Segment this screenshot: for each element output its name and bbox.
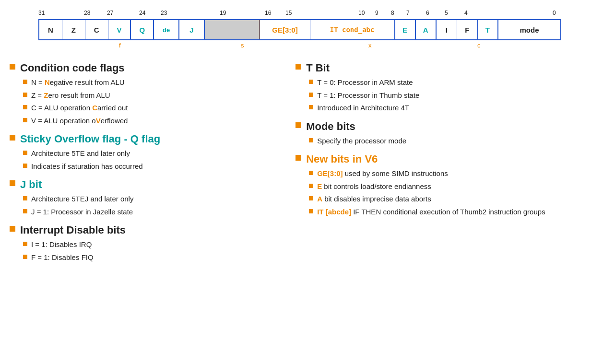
section-t-bit: T Bit: [296, 62, 581, 74]
cell-IT: IT cond_abc: [310, 20, 395, 39]
item-T1-text: T = 1: Processor in Thumb state: [317, 90, 419, 101]
item-T0-text: T = 0: Processor in ARM state: [317, 77, 413, 88]
bit-16: 16: [265, 10, 271, 16]
bullet-processor-mode: [309, 138, 313, 142]
diagram-area: 31 28 27 24 23 19 16 15 10 9 8 7 6 5 4 0…: [38, 10, 581, 52]
bullet-N: [23, 80, 27, 84]
bullet-T0: [309, 80, 313, 84]
item-processor-mode-text: Specify the processor mode: [317, 136, 406, 147]
cell-J: J: [179, 20, 205, 39]
cell-de: de: [154, 20, 179, 39]
section-title-t-bit: T Bit: [306, 62, 330, 74]
item-saturation: Indicates if saturation has occurred: [23, 161, 276, 172]
item-FIQ-text: F = 1: Disables FIQ: [31, 252, 94, 263]
bullet-arch5te: [23, 151, 27, 155]
item-arch5te: Architecture 5TE and later only: [23, 148, 276, 159]
bullet-mode-bits: [296, 122, 301, 128]
section-mode-bits: Mode bits: [296, 120, 581, 133]
cell-C: C: [85, 20, 108, 39]
register-row: N Z C V Q de J GE[3:0] IT cond_abc E A I…: [38, 19, 561, 40]
bullet-T1: [309, 93, 313, 97]
item-jazelle-text: J = 1: Processor in Jazelle state: [31, 207, 133, 218]
bullet-sticky: [10, 135, 15, 141]
letter-labels-row: f s x c: [38, 42, 561, 52]
cell-Q: Q: [131, 20, 154, 39]
item-T1: T = 1: Processor in Thumb state: [309, 90, 581, 101]
item-Z: Z = Zero result from ALU: [23, 90, 276, 101]
cell-N: N: [39, 20, 62, 39]
cell-mode: mode: [498, 20, 560, 39]
item-jazelle: J = 1: Processor in Jazelle state: [23, 207, 276, 218]
bullet-GE: [309, 171, 313, 175]
item-T0: T = 0: Processor in ARM state: [309, 77, 581, 88]
section-title-v6-bits: New bits in V6: [306, 153, 378, 165]
item-arch5tej: Architecture 5TEJ and later only: [23, 194, 276, 205]
item-IRQ: I = 1: Disables IRQ: [23, 239, 276, 250]
item-GE: GE[3:0] used by some SIMD instructions: [309, 168, 581, 179]
cell-V: V: [108, 20, 131, 39]
item-V: V = ALU operation oVerflowed: [23, 116, 276, 127]
bullet-A-bit: [309, 196, 313, 200]
bullet-IRQ: [23, 242, 27, 246]
bullet-t-bit: [296, 64, 301, 70]
label-x: x: [368, 42, 372, 49]
section-title-condition-flags: Condition code flags: [20, 62, 125, 74]
cell-reserved: [205, 20, 260, 39]
item-E-bit: E bit controls load/store endianness: [309, 181, 581, 192]
bit-28: 28: [84, 10, 90, 16]
item-IRQ-text: I = 1: Disables IRQ: [31, 239, 92, 250]
cell-F: F: [457, 20, 478, 39]
bullet-V: [23, 118, 27, 122]
bullet-arch5tej: [23, 196, 27, 200]
bit-6: 6: [426, 10, 429, 16]
bullet-saturation: [23, 164, 27, 168]
section-title-j-bit: J bit: [20, 178, 42, 191]
section-title-interrupt: Interrupt Disable bits: [20, 224, 126, 236]
bit-31: 31: [38, 10, 45, 16]
cell-E: E: [395, 20, 416, 39]
left-column: Condition code flags N = Negative result…: [10, 62, 286, 265]
label-f: f: [119, 42, 121, 49]
bullet-FIQ: [23, 255, 27, 259]
item-N-text: N = Negative result from ALU: [31, 77, 125, 88]
bit-4: 4: [464, 10, 468, 16]
bullet-condition-flags: [10, 64, 15, 70]
item-FIQ: F = 1: Disables FIQ: [23, 252, 276, 263]
bullet-C: [23, 105, 27, 109]
section-interrupt: Interrupt Disable bits: [10, 224, 276, 236]
label-s: s: [241, 42, 244, 49]
bit-numbers-row: 31 28 27 24 23 19 16 15 10 9 8 7 6 5 4 0: [38, 10, 561, 18]
cell-A: A: [416, 20, 437, 39]
cell-GE: GE[3:0]: [260, 20, 310, 39]
bit-9: 9: [375, 10, 378, 16]
bullet-Z: [23, 93, 27, 97]
cell-Z: Z: [62, 20, 85, 39]
section-condition-code-flags: Condition code flags: [10, 62, 276, 74]
bullet-jazelle: [23, 209, 27, 213]
item-arch5te-text: Architecture 5TE and later only: [31, 148, 130, 159]
section-title-sticky: Sticky Overflow flag - Q flag: [20, 133, 160, 145]
bit-8: 8: [391, 10, 394, 16]
bullet-E-bit: [309, 184, 313, 188]
item-C: C = ALU operation Carried out: [23, 103, 276, 114]
bit-10: 10: [358, 10, 365, 16]
item-IT-text: IT [abcde] IF THEN conditional execution…: [317, 207, 545, 218]
item-IT: IT [abcde] IF THEN conditional execution…: [309, 207, 581, 218]
bit-5: 5: [445, 10, 448, 16]
bit-27: 27: [107, 10, 113, 16]
item-N: N = Negative result from ALU: [23, 77, 276, 88]
bullet-interrupt: [10, 226, 15, 232]
item-E-bit-text: E bit controls load/store endianness: [317, 181, 431, 192]
bit-0: 0: [553, 10, 556, 16]
bit-23: 23: [161, 10, 167, 16]
item-arch4t-text: Introduced in Architecture 4T: [317, 103, 409, 114]
section-title-mode-bits: Mode bits: [306, 120, 355, 133]
item-V-text: V = ALU operation oVerflowed: [31, 116, 128, 127]
bullet-j-bit: [10, 180, 15, 186]
bit-19: 19: [220, 10, 226, 16]
bullet-IT: [309, 209, 313, 213]
label-c: c: [477, 42, 481, 49]
item-A-bit: A bit disables imprecise data aborts: [309, 194, 581, 205]
item-GE-text: GE[3:0] used by some SIMD instructions: [317, 168, 448, 179]
bit-24: 24: [139, 10, 145, 16]
